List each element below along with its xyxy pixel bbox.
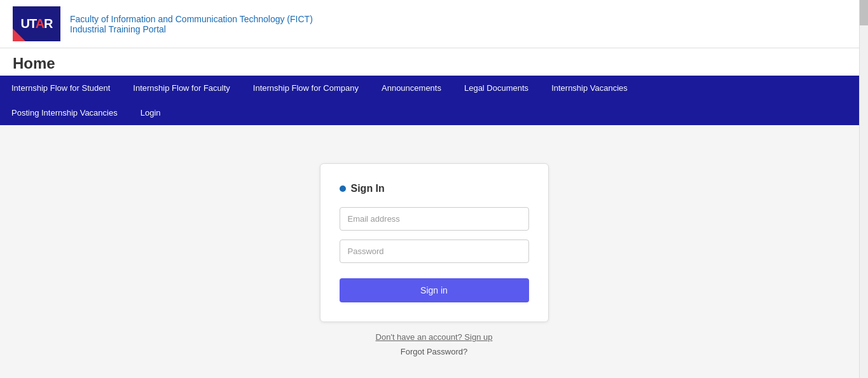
- header-text: Faculty of Information and Communication…: [70, 14, 313, 34]
- nav-row-2: Posting Internship Vacancies Login: [0, 100, 868, 125]
- university-logo: UTAR: [13, 6, 60, 41]
- navigation-bar: Internship Flow for Student Internship F…: [0, 76, 868, 125]
- portal-name: Industrial Training Portal: [70, 24, 313, 34]
- signin-dot-icon: [340, 186, 346, 192]
- page-title: Home: [13, 55, 855, 72]
- logo-decoration: [13, 29, 25, 41]
- nav-item-announcements[interactable]: Announcements: [370, 76, 453, 100]
- signup-link[interactable]: Don't have an account? Sign up: [376, 332, 493, 342]
- scrollbar-track[interactable]: [859, 0, 868, 378]
- nav-item-company[interactable]: Internship Flow for Company: [242, 76, 370, 100]
- password-group: [340, 240, 529, 263]
- below-card-links: Don't have an account? Sign up Forgot Pa…: [376, 332, 493, 356]
- university-name[interactable]: Faculty of Information and Communication…: [70, 14, 313, 24]
- nav-item-login[interactable]: Login: [129, 100, 172, 125]
- email-input[interactable]: [340, 207, 529, 231]
- password-input[interactable]: [340, 240, 529, 263]
- logo-container: UTAR: [13, 6, 60, 41]
- page-title-section: Home: [0, 48, 868, 76]
- signin-title: Sign In: [351, 183, 385, 194]
- nav-item-student[interactable]: Internship Flow for Student: [0, 76, 121, 100]
- email-group: [340, 207, 529, 231]
- nav-item-faculty[interactable]: Internship Flow for Faculty: [121, 76, 241, 100]
- nav-item-vacancies[interactable]: Internship Vacancies: [540, 76, 639, 100]
- forgot-password-link[interactable]: Forgot Password?: [376, 347, 493, 356]
- scrollbar-thumb[interactable]: [860, 0, 868, 25]
- nav-row-1: Internship Flow for Student Internship F…: [0, 76, 868, 100]
- header: UTAR Faculty of Information and Communic…: [0, 0, 868, 48]
- signin-button[interactable]: Sign in: [340, 278, 529, 302]
- signin-card: Sign In Sign in: [320, 163, 549, 322]
- nav-item-posting[interactable]: Posting Internship Vacancies: [0, 100, 129, 125]
- signin-header: Sign In: [340, 183, 529, 194]
- main-content: Sign In Sign in Don't have an account? S…: [0, 125, 868, 378]
- nav-item-legal[interactable]: Legal Documents: [453, 76, 540, 100]
